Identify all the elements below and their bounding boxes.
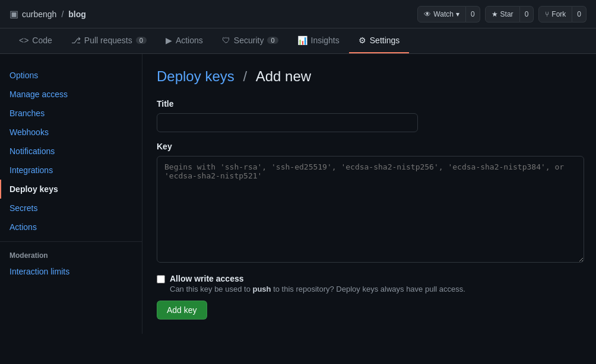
star-button[interactable]: ★ Star: [485, 6, 520, 23]
watch-count: 0: [466, 6, 480, 23]
eye-icon: 👁: [424, 10, 431, 18]
code-icon: <>: [19, 36, 28, 45]
actions-nav-icon: ▶: [166, 36, 172, 45]
repo-icon: ▣: [9, 8, 18, 20]
fork-button[interactable]: ⑂ Fork: [538, 6, 572, 23]
add-key-button[interactable]: Add key: [157, 301, 207, 320]
star-group: ★ Star 0: [485, 6, 534, 23]
tab-settings-label: Settings: [370, 36, 400, 45]
write-access-group: Allow write access Can this key be used …: [157, 274, 584, 293]
topbar: ▣ curbengh / blog 👁 Watch ▾ 0 ★ Star 0 ⑂: [0, 0, 596, 28]
fork-label: Fork: [551, 10, 566, 18]
sidebar-item-secrets[interactable]: Secrets: [0, 199, 142, 218]
watch-button[interactable]: 👁 Watch ▾: [417, 6, 466, 23]
title-input[interactable]: [157, 113, 418, 132]
write-access-checkbox[interactable]: [157, 275, 165, 283]
chevron-down-icon: ▾: [456, 10, 459, 18]
star-label: Star: [500, 10, 513, 18]
write-access-desc: Can this key be used to push to this rep…: [170, 285, 465, 293]
sidebar-item-integrations[interactable]: Integrations: [0, 161, 142, 180]
shield-icon: 🛡: [222, 36, 230, 45]
tab-settings[interactable]: ⚙ Settings: [349, 28, 410, 53]
moderation-section-header: Moderation: [0, 241, 142, 262]
write-access-text: Allow write access Can this key be used …: [170, 274, 465, 293]
tab-code-label: Code: [32, 36, 52, 45]
main-content: Deploy keys / Add new Title Key Allow wr…: [142, 54, 596, 334]
fork-group: ⑂ Fork 0: [538, 6, 587, 23]
title-label: Title: [157, 99, 584, 108]
sidebar-item-branches[interactable]: Branches: [0, 104, 142, 123]
tab-insights[interactable]: 📊 Insights: [288, 28, 349, 53]
insights-icon: 📊: [297, 36, 307, 45]
watch-group: 👁 Watch ▾ 0: [417, 6, 480, 23]
page-subtitle: Add new: [256, 68, 311, 84]
nav-tabs: <> Code ⎇ Pull requests 0 ▶ Actions 🛡 Se…: [0, 28, 596, 54]
sidebar-item-actions[interactable]: Actions: [0, 218, 142, 237]
write-access-label[interactable]: Allow write access: [170, 274, 244, 283]
star-icon: ★: [492, 10, 498, 18]
title-group: Title: [157, 99, 584, 132]
sidebar-item-webhooks[interactable]: Webhooks: [0, 123, 142, 142]
pull-request-icon: ⎇: [71, 36, 81, 45]
sidebar-item-deploy-keys[interactable]: Deploy keys: [0, 180, 142, 199]
key-group: Key: [157, 142, 584, 264]
page-title: Deploy keys / Add new: [157, 68, 584, 85]
page-layout: Options Manage access Branches Webhooks …: [0, 54, 596, 334]
watch-label: Watch: [433, 10, 454, 18]
push-text: push: [252, 285, 271, 293]
sidebar-item-options[interactable]: Options: [0, 66, 142, 85]
tab-actions[interactable]: ▶ Actions: [156, 28, 213, 53]
star-count: 0: [520, 6, 534, 23]
sidebar-item-interaction-limits[interactable]: Interaction limits: [0, 262, 142, 281]
repo-title: ▣ curbengh / blog: [9, 8, 417, 20]
breadcrumb-deploy-keys[interactable]: Deploy keys: [157, 68, 234, 84]
tab-security[interactable]: 🛡 Security 0: [213, 28, 288, 53]
fork-icon: ⑂: [545, 10, 549, 18]
sidebar-item-manage-access[interactable]: Manage access: [0, 85, 142, 104]
pull-requests-badge: 0: [136, 37, 147, 44]
repo-name[interactable]: blog: [68, 9, 86, 19]
sidebar: Options Manage access Branches Webhooks …: [0, 54, 142, 334]
tab-pull-requests[interactable]: ⎇ Pull requests 0: [62, 28, 156, 53]
sidebar-item-notifications[interactable]: Notifications: [0, 142, 142, 161]
topbar-actions: 👁 Watch ▾ 0 ★ Star 0 ⑂ Fork 0: [417, 6, 587, 23]
tab-pull-requests-label: Pull requests: [84, 36, 132, 45]
gear-icon: ⚙: [359, 36, 366, 45]
repo-owner[interactable]: curbengh: [22, 9, 56, 19]
tab-insights-label: Insights: [311, 36, 340, 45]
key-label: Key: [157, 142, 584, 151]
breadcrumb-sep: /: [243, 68, 251, 84]
key-textarea[interactable]: [157, 156, 584, 263]
fork-count: 0: [572, 6, 587, 23]
tab-security-label: Security: [234, 36, 264, 45]
security-badge: 0: [267, 37, 278, 44]
repo-sep: /: [61, 9, 64, 19]
tab-code[interactable]: <> Code: [9, 28, 62, 53]
tab-actions-label: Actions: [176, 36, 203, 45]
